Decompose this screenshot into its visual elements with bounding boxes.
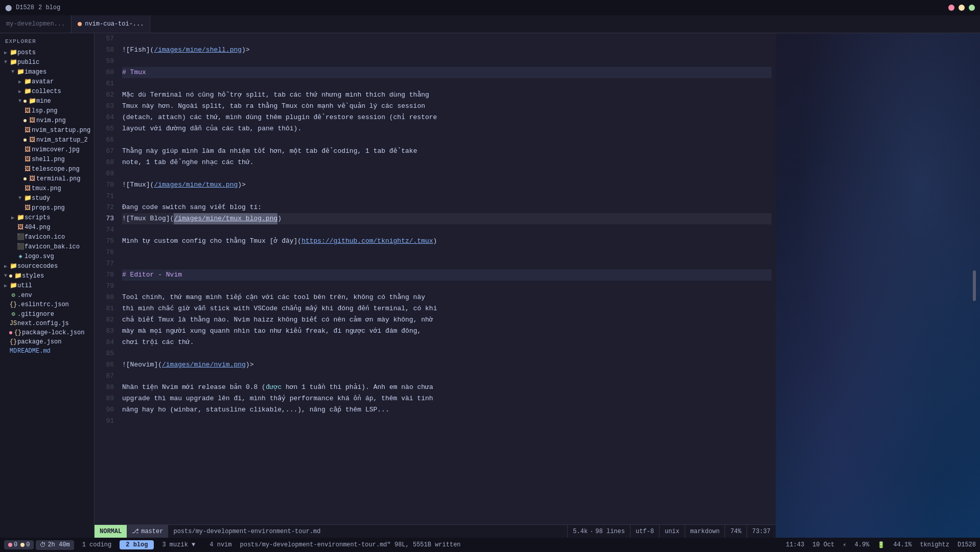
tab-blog[interactable]: 2 blog — [120, 540, 154, 549]
error-count: 0 — [14, 541, 17, 548]
file-icon: 🖼 — [24, 155, 32, 163]
written-text: posts/my-development-environment-tour.md… — [240, 541, 461, 548]
main-content: Explorer ▶ 📁 posts ▼ 📁 public ▼ 📁 images… — [0, 33, 980, 538]
sidebar-file-telescope[interactable]: 🖼 telescope.png — [0, 164, 94, 174]
status-position: 73:37 — [746, 525, 776, 538]
tab-2[interactable]: nvim-cua-toi-... — [72, 15, 150, 33]
sidebar-item-label: mine — [36, 98, 51, 105]
sidebar-item-label: avatar — [32, 78, 54, 85]
sidebar-item-avatar[interactable]: ▶ 📁 avatar — [0, 77, 94, 86]
line-num-59: 59 — [99, 56, 114, 67]
sidebar-file-pkg[interactable]: {} package.json — [0, 337, 94, 347]
encoding-value: utf-8 — [636, 528, 654, 535]
sidebar-file-favicon[interactable]: ⬛ favicon.ico — [0, 232, 94, 242]
file-icon: 🖼 — [24, 204, 32, 212]
sidebar-file-nextconfig[interactable]: JS next.config.js — [0, 319, 94, 328]
warning-count: 0 — [26, 541, 30, 548]
line-num-67: 67 — [99, 146, 114, 157]
line-num-73: 73 — [99, 213, 114, 224]
line-num-87: 87 — [99, 371, 114, 382]
status-stats: 5.4k ∙ 98 lines — [567, 525, 630, 538]
code-line-59 — [122, 56, 772, 67]
sidebar-file-terminal[interactable]: 🖼 terminal.png — [0, 174, 94, 183]
sidebar-file-nvim[interactable]: 🖼 nvim.png — [0, 116, 94, 125]
tab-coding-label: 1 coding — [82, 541, 112, 548]
chevron-icon: ▼ — [16, 195, 24, 201]
sidebar-item-sourcecodes[interactable]: ▶ 📁 sourcecodes — [0, 261, 94, 271]
file-icon: ⬛ — [16, 233, 25, 241]
minimap-scrollbar[interactable] — [973, 270, 976, 301]
code-line-83: mày mà mọi người xung quanh nhìn tao như… — [122, 326, 772, 337]
sidebar-file-favicon-bak[interactable]: ⬛ favicon_bak.ico — [0, 242, 94, 251]
file-icon: MD — [9, 348, 17, 355]
sidebar-item-label: .gitignore — [17, 311, 54, 318]
sidebar-file-nvimcover[interactable]: 🖼 nvimcover.jpg — [0, 145, 94, 154]
sidebar-file-nvim-startup[interactable]: 🖼 nvim_startup.png — [0, 125, 94, 135]
sidebar-item-label: props.png — [32, 204, 65, 212]
sidebar-item-images[interactable]: ▼ 📁 images — [0, 67, 94, 77]
code-line-76 — [122, 247, 772, 258]
sidebar-item-posts[interactable]: ▶ 📁 posts — [0, 48, 94, 57]
chevron-icon: ▶ — [2, 263, 9, 269]
tab-coding[interactable]: 1 coding — [76, 540, 118, 549]
sidebar-file-pkglock[interactable]: {} package-lock.json — [0, 328, 94, 337]
sidebar-file-props[interactable]: 🖼 props.png — [0, 203, 94, 213]
sidebar-file-nvim-startup2[interactable]: 🖼 nvim_startup_2 — [0, 135, 94, 145]
file-icon: 🖼 — [28, 136, 36, 144]
title-bar-icon: ⬤ — [5, 4, 12, 12]
sidebar-item-study[interactable]: ▼ 📁 study — [0, 193, 94, 203]
sidebar-file-env[interactable]: ⚙ .env — [0, 290, 94, 300]
minimize-button[interactable] — [959, 5, 965, 11]
sidebar-item-mine[interactable]: ▼ 📁 mine — [0, 96, 94, 106]
tab-1[interactable]: my-developmen... — [0, 15, 72, 33]
close-button[interactable] — [948, 5, 954, 11]
sidebar-file-lsp[interactable]: 🖼 lsp.png — [0, 106, 94, 116]
modified-dot — [24, 119, 27, 122]
sidebar-item-collects[interactable]: ▶ 📁 collects — [0, 86, 94, 96]
sidebar-file-eslintrc[interactable]: {} .eslintrc.json — [0, 300, 94, 309]
sidebar-item-public[interactable]: ▼ 📁 public — [0, 57, 94, 67]
sidebar-item-label: posts — [17, 49, 36, 56]
language-value: markdown — [690, 528, 720, 535]
folder-icon: 📁 — [24, 78, 32, 85]
modified-dot — [24, 139, 27, 142]
editor-content[interactable]: 57 58 59 60 61 62 63 64 65 66 67 68 69 7… — [95, 33, 776, 524]
sidebar-item-styles[interactable]: ▼ 📁 styles — [0, 271, 94, 281]
folder-icon: 📁 — [24, 194, 32, 202]
sidebar-file-logo[interactable]: ◈ logo.svg — [0, 251, 94, 261]
maximize-button[interactable] — [969, 5, 975, 11]
sidebar-item-scripts[interactable]: ▶ 📁 scripts — [0, 213, 94, 222]
status-line-ending: unix — [659, 525, 685, 538]
folder-icon: 📁 — [9, 282, 17, 289]
sidebar-item-label: public — [17, 59, 39, 66]
file-icon: JS — [9, 320, 17, 327]
error-indicator: 0 0 — [4, 540, 34, 549]
sidebar-item-label: README.md — [17, 348, 51, 355]
tab-nvim[interactable]: 4 nvim — [203, 540, 238, 549]
tab-2-modified-indicator — [78, 22, 82, 26]
sidebar-file-tmux[interactable]: 🖼 tmux.png — [0, 183, 94, 193]
sidebar-file-readme[interactable]: MD README.md — [0, 347, 94, 356]
sidebar-file-shell[interactable]: 🖼 shell.png — [0, 154, 94, 164]
time-value: 2h 40m — [48, 541, 69, 548]
chevron-icon: ▶ — [2, 283, 9, 289]
line-num-89: 89 — [99, 393, 114, 404]
file-icon: {} — [9, 338, 17, 346]
date: 10 Oct — [812, 541, 834, 548]
code-line-68: note, 1 tab để nghe nhạc các thứ. — [122, 157, 772, 168]
code-line-75: Mình tự custom config cho thằng Tmux [ở … — [122, 236, 772, 247]
status-bar: NORMAL ⎇ master posts/my-development-env… — [95, 524, 776, 538]
sidebar-file-gitignore[interactable]: ⚙ .gitignore — [0, 309, 94, 319]
code-line-80: Tool chính, thứ mang mình tiếp cận với c… — [122, 292, 772, 303]
sidebar-item-util[interactable]: ▶ 📁 util — [0, 281, 94, 290]
tab-muzik[interactable]: 3 muzik ▼ — [156, 540, 201, 549]
sidebar-file-404[interactable]: 🖼 404.png — [0, 222, 94, 232]
line-num-81: 81 — [99, 303, 114, 314]
title-bar-subtitle: 2 blog — [38, 4, 60, 11]
time-indicator: ⏱ 2h 40m — [36, 540, 74, 550]
background-decoration — [776, 33, 980, 538]
code-line-81: thì mình chắc giờ vẫn stick with VSCode … — [122, 303, 772, 314]
sidebar-item-label: tmux.png — [32, 185, 61, 192]
code-line-88: Nhân tiện Nvim mới release bản 0.8 (được… — [122, 382, 772, 393]
file-icon: {} — [14, 329, 22, 336]
